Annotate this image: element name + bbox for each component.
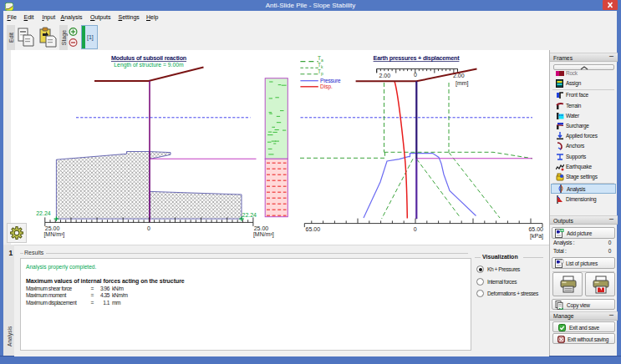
svg-text:25.00: 25.00 [45, 225, 60, 231]
svg-text:0: 0 [147, 225, 150, 231]
svg-text:Disp.: Disp. [320, 83, 333, 90]
svg-text:Earth pressures + displacement: Earth pressures + displacement [374, 54, 461, 62]
svg-text:[kPa]: [kPa] [530, 233, 543, 240]
svg-text:65.00: 65.00 [528, 226, 543, 232]
svg-text:Length of structure = 9.00m: Length of structure = 9.00m [114, 62, 184, 68]
svg-text:65.00: 65.00 [306, 226, 321, 232]
svg-text:2.00: 2.00 [379, 73, 391, 78]
svg-text:25.00: 25.00 [254, 225, 269, 231]
svg-text:Tp: Tp [318, 68, 323, 76]
svg-text:22.24: 22.24 [36, 210, 51, 216]
svg-text:0: 0 [414, 226, 417, 232]
svg-text:0: 0 [414, 72, 417, 78]
svg-text:[MN/m³]: [MN/m³] [43, 231, 64, 238]
svg-text:[MN/m³]: [MN/m³] [253, 231, 274, 238]
svg-text:Pressure: Pressure [320, 78, 341, 83]
svg-text:[mm]: [mm] [456, 80, 469, 87]
svg-text:22.24: 22.24 [242, 212, 257, 218]
